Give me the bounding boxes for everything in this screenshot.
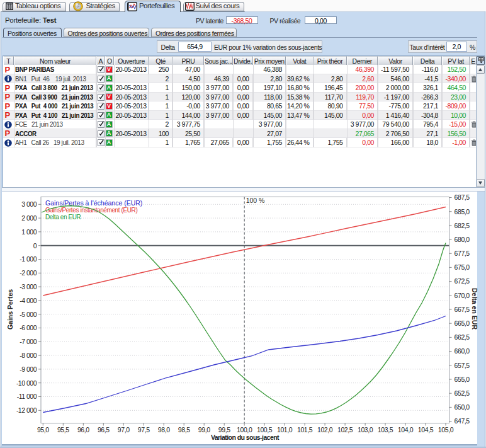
svg-text:95,0: 95,0 <box>37 426 49 434</box>
svg-text:104,5: 104,5 <box>418 426 434 434</box>
svg-text:Gains Pertes: Gains Pertes <box>6 289 14 330</box>
svg-text:103,0: 103,0 <box>358 426 373 434</box>
svg-text:652,5: 652,5 <box>455 389 470 397</box>
svg-text:650,0: 650,0 <box>455 403 470 411</box>
svg-text:-7 000: -7 000 <box>20 338 37 345</box>
svg-text:Gains/Pertes à l'échéance (EUR: Gains/Pertes à l'échéance (EUR) <box>45 199 142 207</box>
svg-text:96,5: 96,5 <box>98 426 110 434</box>
svg-text:97,0: 97,0 <box>118 426 130 434</box>
svg-text:-6 000: -6 000 <box>20 324 37 331</box>
svg-text:662,5: 662,5 <box>455 333 470 341</box>
svg-text:-5 000: -5 000 <box>20 311 37 318</box>
svg-text:-9 000: -9 000 <box>20 365 37 373</box>
svg-text:672,5: 672,5 <box>455 277 470 285</box>
svg-text:1 000: 1 000 <box>21 228 37 236</box>
svg-text:665,0: 665,0 <box>455 319 470 327</box>
svg-text:3 000: 3 000 <box>21 200 37 208</box>
svg-text:Delta en EUR: Delta en EUR <box>471 288 478 330</box>
svg-text:99,5: 99,5 <box>218 426 230 434</box>
svg-text:100,0: 100,0 <box>237 426 252 434</box>
svg-text:100 %: 100 % <box>246 197 265 204</box>
svg-text:680,0: 680,0 <box>455 236 470 243</box>
svg-text:Delta en EUR: Delta en EUR <box>45 214 81 221</box>
svg-text:105,0: 105,0 <box>438 426 454 434</box>
svg-text:655,0: 655,0 <box>455 376 470 383</box>
svg-text:687,5: 687,5 <box>455 193 470 201</box>
svg-text:682,5: 682,5 <box>455 222 470 229</box>
svg-text:97,5: 97,5 <box>138 426 150 434</box>
svg-text:101,5: 101,5 <box>297 426 313 434</box>
svg-text:675,0: 675,0 <box>455 263 470 271</box>
svg-text:99,0: 99,0 <box>198 426 210 434</box>
svg-text:98,5: 98,5 <box>178 426 190 434</box>
svg-text:102,0: 102,0 <box>317 426 333 434</box>
svg-text:-4 000: -4 000 <box>20 297 37 304</box>
svg-text:677,5: 677,5 <box>455 250 470 257</box>
svg-text:685,0: 685,0 <box>455 208 470 215</box>
svg-text:96,0: 96,0 <box>77 426 89 434</box>
svg-text:-10 000: -10 000 <box>16 379 37 387</box>
svg-text:-1 000: -1 000 <box>20 255 37 263</box>
svg-text:647,5: 647,5 <box>455 417 470 425</box>
svg-text:101,0: 101,0 <box>277 426 293 434</box>
svg-text:-11 000: -11 000 <box>17 393 37 400</box>
svg-text:95,5: 95,5 <box>57 426 69 434</box>
svg-text:Variation du sous-jacent: Variation du sous-jacent <box>211 434 280 441</box>
svg-text:-12 000: -12 000 <box>16 406 37 414</box>
svg-text:102,5: 102,5 <box>337 426 353 434</box>
svg-text:103,5: 103,5 <box>378 426 393 434</box>
svg-text:670,0: 670,0 <box>455 292 470 299</box>
svg-text:660,0: 660,0 <box>455 347 470 355</box>
svg-text:104,0: 104,0 <box>398 426 414 434</box>
svg-text:667,5: 667,5 <box>455 306 470 313</box>
svg-text:Gains/Pertes instantanément (E: Gains/Pertes instantanément (EUR) <box>45 207 137 214</box>
svg-text:100,5: 100,5 <box>257 426 273 434</box>
svg-text:-2 000: -2 000 <box>20 269 37 277</box>
svg-text:-8 000: -8 000 <box>20 352 37 359</box>
svg-text:-3 000: -3 000 <box>20 283 37 290</box>
svg-text:657,5: 657,5 <box>455 362 470 369</box>
svg-text:98,0: 98,0 <box>158 426 170 434</box>
svg-text:0: 0 <box>33 242 37 250</box>
svg-text:2 000: 2 000 <box>21 214 37 222</box>
